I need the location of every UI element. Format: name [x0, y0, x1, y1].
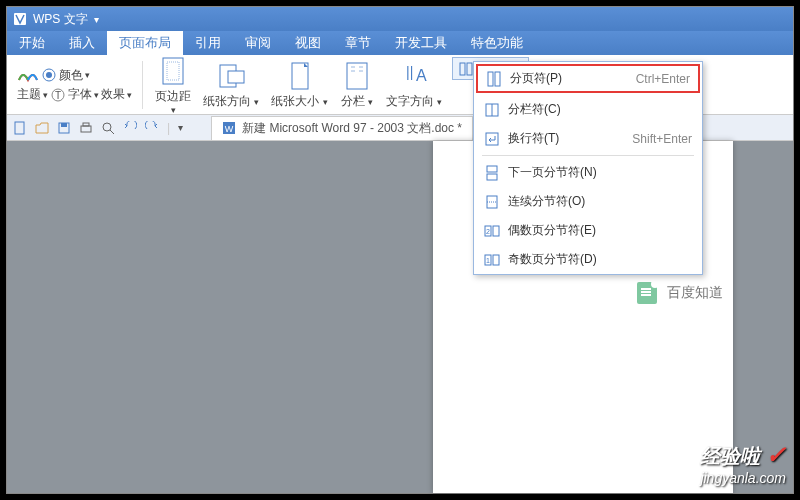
next-page-section-icon: [484, 165, 500, 181]
menu-item-line-break[interactable]: 换行符(T) Shift+Enter: [474, 124, 702, 153]
svg-rect-29: [81, 126, 91, 132]
appmenu-chevron-icon[interactable]: ▾: [94, 14, 99, 25]
menu-item-even-page-section[interactable]: 2 偶数页分节符(E): [474, 216, 702, 245]
svg-text:T: T: [55, 90, 61, 101]
size-icon: [283, 59, 317, 93]
tab-special[interactable]: 特色功能: [459, 31, 535, 55]
effect-label[interactable]: 效果: [101, 86, 125, 103]
save-icon[interactable]: [57, 121, 71, 135]
orientation-icon: [214, 59, 248, 93]
text-direction-icon: ||A: [397, 59, 431, 93]
svg-rect-26: [15, 122, 24, 134]
svg-point-31: [103, 123, 111, 131]
columns-icon: [340, 59, 374, 93]
document-name: 新建 Microsoft Word 97 - 2003 文档.doc *: [242, 120, 462, 137]
menu-item-continuous-section[interactable]: 连续分节符(O): [474, 187, 702, 216]
redo-icon[interactable]: [145, 121, 159, 135]
tab-page-layout[interactable]: 页面布局: [107, 31, 183, 55]
tab-devtools[interactable]: 开发工具: [383, 31, 459, 55]
menu-item-page-break[interactable]: 分页符(P) Ctrl+Enter: [476, 64, 700, 93]
svg-rect-30: [83, 123, 89, 126]
menu-item-odd-page-section[interactable]: 1 奇数页分节符(D): [474, 245, 702, 274]
app-name: WPS 文字: [33, 11, 88, 28]
svg-rect-48: [493, 255, 499, 265]
bookmark-text: 百度知道: [667, 284, 723, 302]
undo-icon[interactable]: [123, 121, 137, 135]
svg-text:W: W: [225, 124, 234, 134]
svg-line-32: [110, 130, 114, 134]
tab-review[interactable]: 审阅: [233, 31, 283, 55]
svg-rect-28: [61, 123, 67, 127]
svg-rect-40: [487, 166, 497, 172]
svg-rect-45: [493, 226, 499, 236]
svg-point-2: [46, 72, 52, 78]
svg-rect-8: [228, 71, 244, 83]
svg-rect-35: [488, 72, 493, 86]
tab-view[interactable]: 视图: [283, 31, 333, 55]
menubar: 开始 插入 页面布局 引用 审阅 视图 章节 开发工具 特色功能: [7, 31, 793, 55]
column-break-icon: [484, 102, 500, 118]
orientation-button[interactable]: 纸张方向 ▾: [203, 59, 259, 110]
columns-button[interactable]: 分栏 ▾: [340, 59, 374, 110]
breaks-dropdown: 分页符(P) Ctrl+Enter 分栏符(C) 换行符(T) Shift+En…: [473, 61, 703, 275]
font-tool-icon[interactable]: T: [50, 87, 66, 103]
continuous-section-icon: [484, 194, 500, 210]
svg-text:1: 1: [486, 257, 490, 264]
font-tool-label: 字体: [68, 86, 92, 103]
svg-rect-36: [495, 72, 500, 86]
svg-text:||: ||: [406, 64, 413, 80]
menu-item-column-break[interactable]: 分栏符(C): [474, 95, 702, 124]
svg-rect-41: [487, 174, 497, 180]
watermark: 经验啦 ✓ jingyanla.com: [700, 441, 786, 486]
margins-icon: [156, 54, 190, 88]
theme-label[interactable]: 主题: [17, 86, 41, 103]
svg-rect-6: [167, 62, 179, 80]
even-page-section-icon: 2: [484, 223, 500, 239]
svg-text:A: A: [416, 67, 427, 84]
tab-start[interactable]: 开始: [7, 31, 57, 55]
print-icon[interactable]: [79, 121, 93, 135]
svg-rect-10: [347, 63, 367, 89]
svg-text:2: 2: [486, 228, 490, 235]
qat-chevron-icon[interactable]: ▾: [178, 122, 183, 133]
line-break-icon: [484, 131, 500, 147]
preview-icon[interactable]: [101, 121, 115, 135]
tab-reference[interactable]: 引用: [183, 31, 233, 55]
margins-button[interactable]: 页边距▾: [155, 54, 191, 115]
theme-icon[interactable]: [17, 66, 39, 84]
check-icon: ✓: [766, 441, 786, 468]
menu-item-next-page-section[interactable]: 下一页分节符(N): [474, 158, 702, 187]
svg-rect-17: [460, 63, 465, 75]
size-button[interactable]: 纸张大小 ▾: [271, 59, 327, 110]
bookmark-icon: [637, 282, 657, 304]
titlebar: WPS 文字 ▾: [7, 7, 793, 31]
document-tab[interactable]: W 新建 Microsoft Word 97 - 2003 文档.doc *: [211, 116, 473, 140]
page-break-icon: [486, 71, 502, 87]
color-icon[interactable]: [41, 67, 57, 83]
breaks-icon: [459, 62, 473, 76]
color-chevron-icon[interactable]: ▾: [85, 70, 90, 80]
open-icon[interactable]: [35, 121, 49, 135]
text-direction-button[interactable]: ||A 文字方向 ▾: [386, 59, 442, 110]
color-label: 颜色: [59, 67, 83, 84]
new-icon[interactable]: [13, 121, 27, 135]
odd-page-section-icon: 1: [484, 252, 500, 268]
svg-rect-18: [467, 63, 472, 75]
tab-insert[interactable]: 插入: [57, 31, 107, 55]
tab-chapter[interactable]: 章节: [333, 31, 383, 55]
word-doc-icon: W: [222, 121, 236, 135]
app-logo-icon: [11, 10, 29, 28]
svg-rect-39: [486, 133, 498, 145]
bookmark-widget[interactable]: 百度知道: [637, 282, 723, 304]
